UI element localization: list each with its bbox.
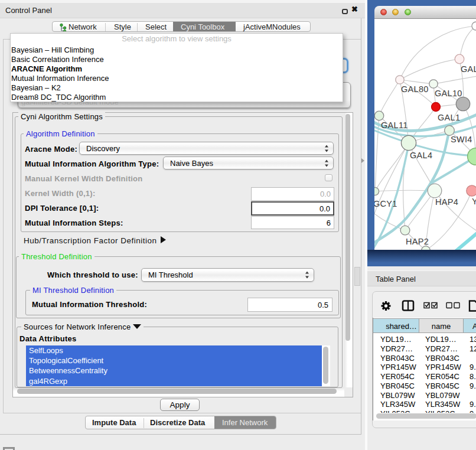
svg-text:Y: Y bbox=[472, 197, 476, 206]
svg-text:GAL7: GAL7 bbox=[461, 64, 476, 74]
svg-text:GCY1: GCY1 bbox=[374, 199, 397, 208]
svg-text:HAP4: HAP4 bbox=[435, 197, 458, 207]
svg-text:GAL80: GAL80 bbox=[401, 84, 429, 94]
svg-text:SWI4: SWI4 bbox=[451, 135, 472, 144]
svg-text:GAL10: GAL10 bbox=[435, 89, 462, 98]
svg-text:GAL4: GAL4 bbox=[410, 151, 432, 160]
svg-text:GAL11: GAL11 bbox=[381, 120, 408, 130]
svg-text:HAP2: HAP2 bbox=[406, 237, 429, 246]
svg-text:GAL1: GAL1 bbox=[438, 113, 460, 122]
